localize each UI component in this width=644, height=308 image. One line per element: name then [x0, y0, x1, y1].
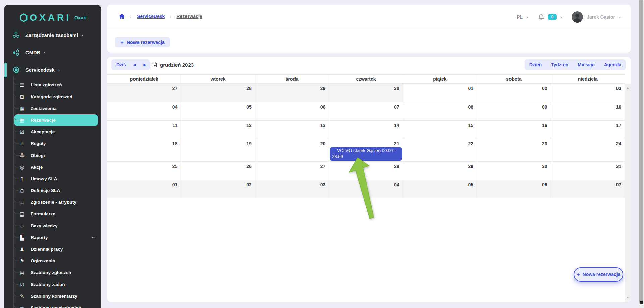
next-month-button[interactable]: ▶: [140, 63, 150, 67]
new-reservation-button[interactable]: + Nowa rezerwacja: [115, 37, 170, 47]
breadcrumb-separator: ›: [170, 13, 171, 19]
calendar-icon: [151, 62, 157, 68]
chevron-down-icon[interactable]: ▾: [526, 15, 528, 19]
calendar-day-cell[interactable]: 31: [551, 162, 625, 180]
sidebar-item-lista-zgloszen[interactable]: ☰Lista zgłoszeń: [14, 79, 98, 91]
view-button-day[interactable]: Dzień: [525, 62, 546, 67]
stopwatch-icon: ◷: [18, 188, 26, 194]
calendar-day-cell[interactable]: 20: [255, 139, 329, 162]
calendar-scrollbar[interactable]: ▲ ▼: [625, 84, 631, 302]
sidebar-item-bazy-wiedzy[interactable]: ☼Bazy wiedzy: [14, 220, 98, 232]
calendar-day-cell[interactable]: 11: [107, 121, 181, 139]
calendar-day-cell[interactable]: 29: [403, 162, 477, 180]
sidebar-item-reguly[interactable]: ⋔Reguły: [14, 138, 98, 149]
avatar[interactable]: [572, 11, 583, 23]
sidebar-item-raporty[interactable]: ▙Raporty›: [14, 232, 98, 243]
calendar-day-cell[interactable]: 23: [477, 139, 551, 162]
day-number: 16: [477, 121, 550, 128]
calendar-day-cell[interactable]: 05: [403, 180, 477, 198]
calendar-day-cell[interactable]: 12: [181, 121, 255, 139]
calendar-day-cell[interactable]: 07: [329, 102, 403, 121]
chevron-down-icon[interactable]: ▾: [619, 15, 621, 19]
cmdb-hexagons-icon: [11, 48, 21, 57]
sidebar-item-zestawienia[interactable]: ▦Zestawienia: [14, 103, 98, 114]
notification-bell-icon[interactable]: [538, 14, 544, 21]
calendar-day-cell[interactable]: 18: [107, 139, 181, 162]
calendar-day-cell[interactable]: 28: [181, 84, 255, 102]
sidebar-item-szablony-zgloszen[interactable]: ▤Szablony zgłoszeń: [14, 267, 98, 279]
calendar-day-cell[interactable]: 01: [403, 84, 477, 102]
calendar-day-cell[interactable]: 09: [477, 102, 551, 121]
calendar-day-cell[interactable]: 17: [551, 121, 625, 139]
scroll-up-arrow-icon[interactable]: ▲: [625, 86, 631, 89]
breadcrumb-servicedesk[interactable]: ServiceDesk: [137, 14, 165, 19]
sidebar-item-szablony-powiadomien[interactable]: ✉Szablony powiadomień: [14, 302, 98, 308]
sidebar-item-label: Akceptacje: [31, 129, 55, 134]
user-name[interactable]: Jarek Gąsior: [587, 14, 615, 20]
calendar-day-cell[interactable]: 07: [551, 180, 625, 198]
sidebar-item-kategorie-zgloszen[interactable]: ⊞Kategorie zgłoszeń: [14, 91, 98, 103]
home-icon[interactable]: [119, 13, 125, 19]
calendar-day-cell[interactable]: 25: [107, 162, 181, 180]
calendar-day-cell[interactable]: 03: [551, 84, 625, 102]
view-button-agenda[interactable]: Agenda: [599, 62, 626, 67]
calendar-day-cell[interactable]: 02: [181, 180, 255, 198]
page-scrollbar-thumb[interactable]: [639, 0, 643, 303]
day-number: 14: [329, 121, 402, 128]
calendar-day-cell[interactable]: 06: [477, 180, 551, 198]
calendar-day-cell[interactable]: 19: [181, 139, 255, 162]
calendar-day-cell[interactable]: 14: [329, 121, 403, 139]
chevron-down-icon[interactable]: ▾: [560, 15, 562, 19]
calendar-day-cell[interactable]: 16: [477, 121, 551, 139]
app-screen: OXARI Oxari Zarządzanie zasobami ◔ CMDB: [0, 0, 644, 308]
sidebar-item-definicje-sla[interactable]: ◷Definicje SLA: [14, 185, 98, 196]
sidebar-item-szablony-komentarzy[interactable]: ✎Szablony komentarzy: [14, 290, 98, 302]
language-selector[interactable]: PL: [517, 14, 523, 20]
scroll-down-arrow-icon[interactable]: ▼: [625, 296, 631, 299]
page-scrollbar[interactable]: [638, 0, 644, 308]
sidebar: OXARI Oxari Zarządzanie zasobami ◔ CMDB: [4, 5, 101, 308]
today-button[interactable]: Dziś: [111, 62, 129, 67]
prev-month-button[interactable]: ◀: [129, 63, 140, 67]
sidebar-section-servicedesk[interactable]: Servicedesk ◔: [4, 62, 101, 78]
calendar-day-cell[interactable]: 22: [403, 139, 477, 162]
sidebar-item-obiegi[interactable]: ⁂Obiegi: [14, 149, 98, 161]
calendar-day-cell[interactable]: 06: [255, 102, 329, 121]
sidebar-item-akcje[interactable]: ◎Akcje: [14, 161, 98, 173]
calendar-day-cell[interactable]: 10: [551, 102, 625, 121]
calendar-day-cell[interactable]: 27: [107, 84, 181, 102]
sidebar-item-formularze[interactable]: ▤Formularze: [14, 208, 98, 220]
calendar-day-cell[interactable]: 27: [255, 162, 329, 180]
sidebar-item-zgloszenie-atrybuty[interactable]: ≣Zgłoszenie - atrybuty: [14, 196, 98, 208]
calendar-day-cell[interactable]: 15: [403, 121, 477, 139]
sidebar-item-dziennik-pracy[interactable]: ♟Dziennik pracy: [14, 243, 98, 255]
view-button-week[interactable]: Tydzień: [546, 62, 573, 67]
calendar-day-cell[interactable]: 30: [477, 162, 551, 180]
sidebar-item-umowy-sla[interactable]: ▯Umowy SLA: [14, 173, 98, 185]
calendar-day-cell[interactable]: 26: [181, 162, 255, 180]
chevron-down-icon[interactable]: ›: [91, 237, 97, 238]
sidebar-section-resources[interactable]: Zarządzanie zasobami ◔: [4, 27, 101, 44]
sidebar-section-cmdb[interactable]: CMDB ◔: [4, 44, 101, 61]
calendar-day-cell[interactable]: 08: [403, 102, 477, 121]
weekday-header-cell: czwartek: [329, 75, 403, 83]
calendar-day-cell[interactable]: 05: [181, 102, 255, 121]
notification-count-badge[interactable]: 0: [548, 14, 557, 20]
sidebar-item-akceptacje[interactable]: ☑Akceptacje: [14, 126, 98, 138]
sidebar-item-rezerwacje[interactable]: ▦Rezerwacje: [14, 114, 98, 126]
logo[interactable]: OXARI Oxari: [4, 5, 101, 26]
fab-new-reservation-button[interactable]: + Nowa rezerwacja: [574, 267, 623, 282]
day-number: 18: [107, 139, 181, 146]
calendar-day-cell[interactable]: 29: [255, 84, 329, 102]
breadcrumb-rezerwacje[interactable]: Rezerwacje: [176, 14, 202, 19]
sidebar-item-ogloszenia[interactable]: ⚑Ogłoszenia: [14, 255, 98, 267]
calendar-day-cell[interactable]: 02: [477, 84, 551, 102]
calendar-day-cell[interactable]: 13: [255, 121, 329, 139]
view-button-month[interactable]: Miesiąc: [573, 62, 599, 67]
calendar-day-cell[interactable]: 03: [255, 180, 329, 198]
sidebar-item-szablony-zadan[interactable]: ☑Szablony zadań: [14, 279, 98, 290]
calendar-day-cell[interactable]: 04: [107, 102, 181, 121]
calendar-day-cell[interactable]: 24: [551, 139, 625, 162]
calendar-day-cell[interactable]: 01: [107, 180, 181, 198]
calendar-day-cell[interactable]: 30: [329, 84, 403, 102]
